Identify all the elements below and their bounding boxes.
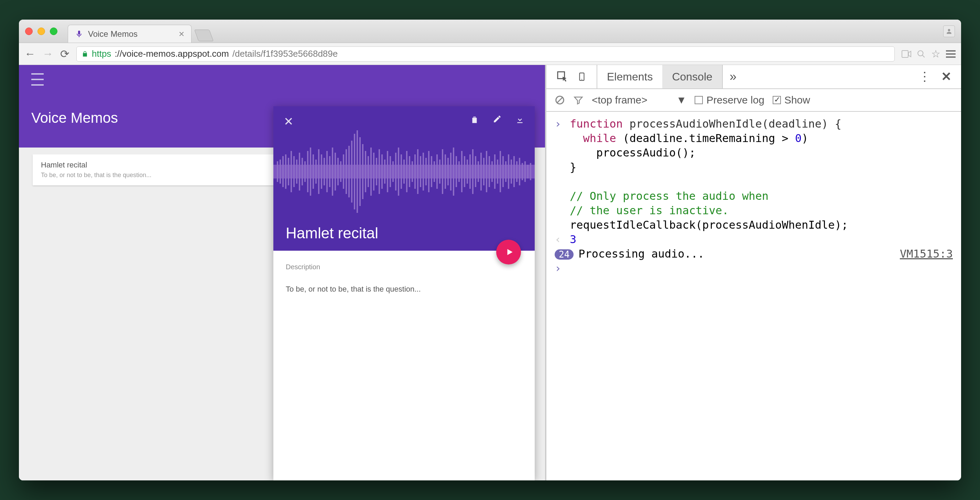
frame-selector[interactable]: <top frame> ▼	[592, 94, 686, 106]
download-icon[interactable]	[515, 115, 524, 125]
tabs-overflow[interactable]: »	[722, 65, 743, 88]
svg-rect-52	[409, 156, 410, 187]
svg-rect-85	[500, 151, 501, 192]
url-field[interactable]: https://voice-memos.appspot.com/details/…	[76, 46, 895, 62]
tab-console[interactable]: Console	[662, 65, 722, 88]
new-tab-button[interactable]	[194, 30, 213, 41]
console-output[interactable]: › function processAudioWhenIdle(deadline…	[546, 112, 961, 480]
svg-rect-29	[345, 149, 347, 194]
svg-rect-30	[348, 146, 350, 197]
svg-rect-94	[524, 161, 526, 182]
hamburger-icon[interactable]	[31, 73, 44, 86]
svg-rect-47	[395, 153, 396, 191]
svg-rect-0	[902, 51, 908, 57]
svg-rect-90	[513, 156, 515, 187]
svg-rect-4	[277, 161, 278, 182]
svg-rect-8	[288, 158, 289, 185]
svg-rect-25	[334, 153, 336, 191]
svg-rect-35	[362, 144, 363, 199]
svg-rect-86	[503, 156, 504, 187]
devtools-more-icon[interactable]: ⋮	[918, 70, 931, 84]
url-host: ://voice-memos.appspot.com	[115, 48, 229, 59]
console-filter-bar: <top frame> ▼ Preserve log Show	[546, 89, 961, 112]
svg-rect-22	[326, 151, 328, 192]
return-value: 3	[570, 233, 576, 246]
browser-tab[interactable]: Voice Memos ×	[68, 25, 191, 43]
svg-rect-54	[414, 154, 416, 189]
preserve-log-checkbox[interactable]: Preserve log	[695, 94, 764, 106]
svg-rect-64	[442, 149, 443, 194]
log-count-badge: 24	[555, 249, 574, 260]
filter-icon[interactable]	[573, 95, 584, 105]
svg-rect-34	[360, 137, 361, 206]
devtools-close-icon[interactable]: ✕	[941, 70, 951, 84]
inspect-icon[interactable]	[557, 71, 568, 83]
svg-rect-33	[356, 131, 358, 213]
forward-button[interactable]: →	[42, 48, 53, 60]
svg-rect-78	[480, 153, 482, 191]
play-button[interactable]	[496, 240, 521, 264]
reload-button[interactable]: ⟳	[60, 48, 70, 61]
svg-rect-70	[458, 161, 460, 182]
svg-rect-17	[313, 154, 314, 189]
svg-rect-83	[494, 154, 495, 189]
svg-rect-71	[461, 151, 463, 192]
menu-icon[interactable]	[946, 50, 956, 58]
detail-body: Description To be, or not to be, that is…	[274, 251, 535, 306]
svg-rect-56	[420, 156, 421, 187]
svg-rect-81	[488, 156, 490, 187]
svg-rect-18	[315, 159, 317, 184]
detail-title: Hamlet recital	[286, 225, 378, 242]
profile-button[interactable]	[943, 25, 955, 37]
svg-rect-87	[505, 161, 506, 182]
preserve-log-label: Preserve log	[706, 94, 764, 106]
svg-rect-48	[398, 148, 399, 196]
star-icon[interactable]: ☆	[931, 48, 940, 60]
console-input[interactable]	[570, 262, 953, 275]
log-source-link[interactable]: VM1515:3	[900, 247, 953, 260]
maximize-window-button[interactable]	[50, 27, 57, 35]
tab-elements[interactable]: Elements	[597, 65, 662, 88]
svg-rect-26	[337, 158, 339, 185]
description-text: To be, or not to be, that is the questio…	[286, 285, 522, 294]
svg-rect-95	[527, 165, 528, 178]
code-comment: // Only process the audio when	[570, 189, 768, 202]
svg-rect-37	[368, 156, 369, 187]
svg-rect-92	[519, 158, 520, 185]
delete-icon[interactable]	[470, 115, 479, 125]
browser-window: Voice Memos × ← → ⟳ https://voice-memos.…	[19, 20, 961, 480]
minimize-window-button[interactable]	[38, 27, 45, 35]
log-message: Processing audio...	[578, 247, 704, 260]
description-label: Description	[286, 263, 522, 271]
device-icon[interactable]	[578, 70, 586, 83]
svg-rect-66	[447, 158, 449, 185]
clear-console-icon[interactable]	[555, 95, 565, 105]
play-icon	[505, 247, 514, 257]
svg-rect-58	[425, 158, 427, 185]
close-icon[interactable]: ✕	[284, 115, 293, 128]
svg-rect-93	[522, 163, 523, 180]
url-protocol: https	[92, 48, 111, 59]
close-window-button[interactable]	[25, 27, 33, 35]
svg-point-99	[581, 79, 582, 80]
content-area: Voice Memos Hamlet recital To be, or not…	[19, 65, 961, 480]
svg-rect-77	[477, 161, 479, 182]
svg-rect-40	[376, 158, 377, 185]
tab-bar: Voice Memos ×	[19, 20, 961, 43]
show-checkbox[interactable]: Show	[773, 94, 810, 106]
svg-rect-63	[439, 159, 441, 184]
svg-rect-5	[280, 159, 281, 184]
edit-icon[interactable]	[493, 115, 502, 123]
zoom-icon[interactable]	[917, 49, 926, 59]
back-button[interactable]: ←	[24, 48, 35, 60]
svg-rect-41	[379, 149, 380, 194]
svg-rect-82	[492, 161, 493, 182]
show-label: Show	[784, 94, 810, 106]
svg-rect-19	[318, 149, 320, 194]
camera-icon[interactable]	[902, 50, 911, 58]
close-tab-icon[interactable]: ×	[179, 29, 184, 40]
svg-rect-15	[307, 151, 309, 192]
svg-rect-43	[384, 159, 385, 184]
lock-icon	[81, 50, 88, 58]
svg-rect-53	[412, 161, 413, 182]
